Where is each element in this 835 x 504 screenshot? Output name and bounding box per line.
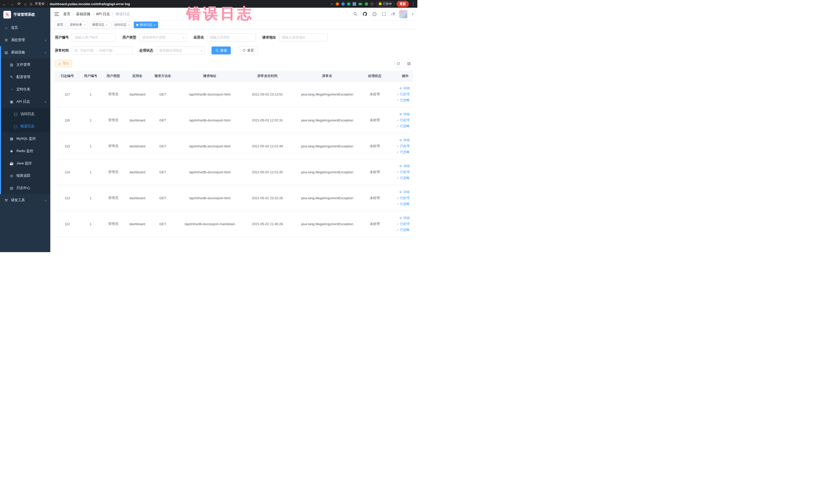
- document-icon: ▢: [13, 124, 18, 128]
- reset-button[interactable]: 重置: [239, 46, 258, 55]
- svg-text:?: ?: [374, 13, 375, 15]
- chrome-update-button[interactable]: 更新: [396, 1, 409, 7]
- refresh-button[interactable]: [394, 60, 402, 67]
- sidebar-item-java-monitor[interactable]: ☕ Java 监控: [0, 157, 50, 169]
- reload-icon[interactable]: ⟳: [18, 2, 21, 6]
- close-icon[interactable]: ×: [84, 23, 85, 26]
- request-url-input[interactable]: [279, 33, 328, 41]
- processed-link[interactable]: ✓已处理: [396, 196, 410, 200]
- sidebar-item-infra[interactable]: ▤ 基础设施 ∧: [0, 46, 50, 59]
- extension-paw-icon[interactable]: [370, 2, 374, 6]
- browser-menu-icon[interactable]: ⋮: [411, 2, 415, 6]
- detail-link[interactable]: 详细: [399, 86, 410, 90]
- detail-link[interactable]: 详细: [399, 164, 410, 168]
- breadcrumb-item[interactable]: API 日志: [96, 12, 110, 16]
- forward-icon[interactable]: →: [10, 2, 14, 6]
- tab-cron-job[interactable]: 定时任务 ×: [67, 22, 88, 28]
- calendar-icon: [75, 49, 78, 52]
- column-header: 异常名: [291, 74, 364, 78]
- export-button[interactable]: 导出: [55, 60, 72, 67]
- trace-icon: ◎: [9, 174, 14, 178]
- close-icon[interactable]: ×: [128, 23, 130, 26]
- sidebar-item-access-log[interactable]: ▢ 访问日志: [0, 108, 50, 120]
- processed-link[interactable]: ✓已处理: [396, 144, 410, 148]
- sidebar-item-mysql-monitor[interactable]: ▦ MySQL 监控: [0, 133, 50, 145]
- date-range-picker[interactable]: 开始日期 - 结束日期: [72, 46, 133, 55]
- ignored-link[interactable]: ✓已忽略: [396, 150, 410, 154]
- end-date-placeholder: 结束日期: [99, 48, 113, 53]
- processed-link[interactable]: ✓已处理: [396, 118, 410, 122]
- ignored-link[interactable]: ✓已忽略: [396, 228, 410, 232]
- status-badge: 未处理: [364, 170, 386, 174]
- sidebar-item-dev-tools[interactable]: ⚒ 研发工具 ∨: [0, 194, 50, 206]
- ignored-link[interactable]: ✓已忽略: [396, 202, 410, 206]
- eye-icon: [399, 139, 402, 142]
- home-icon[interactable]: ⌂: [24, 2, 27, 6]
- app-name-input[interactable]: [207, 33, 256, 41]
- sidebar-item-trace[interactable]: ◎ 链路追踪: [0, 169, 50, 182]
- sidebar-item-home[interactable]: ⌂ 首页: [0, 22, 50, 34]
- ignored-link[interactable]: ✓已忽略: [396, 98, 410, 102]
- chevron-down-icon[interactable]: ▾: [412, 12, 413, 16]
- user-id-input[interactable]: [72, 33, 116, 41]
- sidebar-item-redis-monitor[interactable]: ◆ Redis 监控: [0, 145, 50, 157]
- tab-schedule-log[interactable]: 调度日志 ×: [89, 22, 110, 28]
- tab-home[interactable]: 首页: [55, 22, 66, 28]
- detail-link[interactable]: 详细: [399, 190, 410, 194]
- github-icon[interactable]: [363, 12, 368, 17]
- extension-icon[interactable]: [336, 2, 339, 6]
- processed-link[interactable]: ✓已处理: [396, 170, 410, 174]
- back-icon[interactable]: ←: [3, 2, 6, 6]
- sidebar-item-cron-job[interactable]: ◔ 定时任务: [0, 83, 50, 96]
- sidebar-collapse-icon[interactable]: [55, 12, 59, 16]
- detail-link[interactable]: 详细: [399, 216, 410, 220]
- header-actions: ? ↕T ▾: [353, 10, 413, 18]
- detail-link[interactable]: 详细: [399, 112, 410, 117]
- bookmark-star-icon[interactable]: ☆: [330, 2, 333, 6]
- screen: 错误日志 ← → ⟳ ⌂ ⚠ 不安全 | dashboard.yudao.ioc…: [0, 0, 418, 252]
- column-settings-button[interactable]: [405, 60, 413, 67]
- close-icon[interactable]: ×: [154, 23, 155, 26]
- chevron-down-icon: ∨: [45, 39, 46, 42]
- check-icon: ✓: [396, 202, 399, 206]
- infra-icon: ▤: [4, 50, 8, 55]
- tab-error-log[interactable]: 错误日志 ×: [134, 22, 158, 28]
- tab-access-log[interactable]: 访问日志 ×: [111, 22, 132, 28]
- database-icon: ▦: [9, 137, 14, 141]
- sidebar-item-api-log[interactable]: ▣ API 日志 ∧: [0, 96, 50, 108]
- detail-link[interactable]: 详细: [399, 138, 410, 142]
- ignored-link[interactable]: ✓已忽略: [396, 176, 410, 180]
- search-icon[interactable]: [353, 12, 358, 17]
- url-text: dashboard.yudao.iocoder.cn/infra/log/api…: [50, 2, 130, 6]
- ignored-link[interactable]: ✓已忽略: [396, 124, 410, 128]
- sidebar-item-config-manage[interactable]: ✎ 配置管理: [0, 71, 50, 83]
- sidebar-item-system[interactable]: ⚙ 系统管理 ∨: [0, 34, 50, 46]
- processed-link[interactable]: ✓已处理: [396, 92, 410, 97]
- sidebar-logo[interactable]: 兔 芋道管理系统: [0, 8, 50, 22]
- font-size-icon[interactable]: ↕T: [391, 12, 395, 16]
- close-icon[interactable]: ×: [106, 23, 107, 26]
- extension-grid-icon[interactable]: [353, 2, 356, 6]
- process-status-select[interactable]: [156, 46, 205, 55]
- extension-on-badge[interactable]: on: [358, 3, 363, 5]
- search-button[interactable]: 搜索: [211, 46, 231, 55]
- sidebar: 兔 芋道管理系统 ⌂ 首页 ⚙ 系统管理 ∨ ▤ 基础设施 ∧ ▥: [0, 8, 50, 252]
- fullscreen-icon[interactable]: [382, 12, 387, 17]
- user-type-select[interactable]: [139, 33, 187, 41]
- extension-icon[interactable]: [365, 2, 368, 6]
- extension-icon[interactable]: [347, 2, 350, 6]
- paused-badge[interactable]: 已暂停: [376, 1, 394, 7]
- eye-icon: [399, 217, 402, 220]
- avatar[interactable]: [399, 10, 407, 18]
- extension-icon[interactable]: [341, 2, 345, 6]
- breadcrumb-item[interactable]: 基础设施: [76, 12, 90, 16]
- address-bar[interactable]: ⚠ 不安全 | dashboard.yudao.iocoder.cn/infra…: [30, 2, 327, 6]
- eye-icon: [399, 87, 402, 90]
- processed-link[interactable]: ✓已处理: [396, 222, 410, 226]
- table-header-row: 日志编号 用户编号 用户类型 应用名 请求方法名 请求地址 异常发生时间 异常名…: [55, 71, 413, 81]
- sidebar-item-log-center[interactable]: ▤ 日志中心: [0, 182, 50, 194]
- help-icon[interactable]: ?: [372, 12, 377, 17]
- sidebar-item-file-manage[interactable]: ▥ 文件管理: [0, 59, 50, 71]
- breadcrumb-item[interactable]: 首页: [63, 12, 70, 16]
- sidebar-item-error-log[interactable]: ▢ 错误日志: [0, 120, 50, 133]
